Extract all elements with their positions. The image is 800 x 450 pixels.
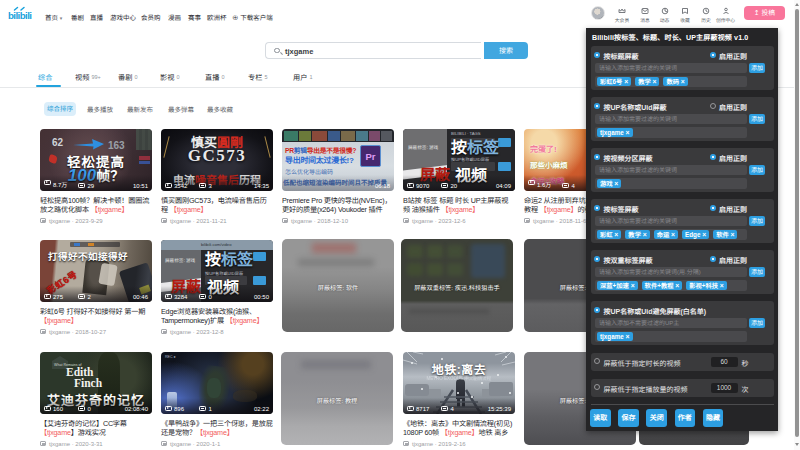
svg-text:bilibili: bilibili [8,10,32,21]
